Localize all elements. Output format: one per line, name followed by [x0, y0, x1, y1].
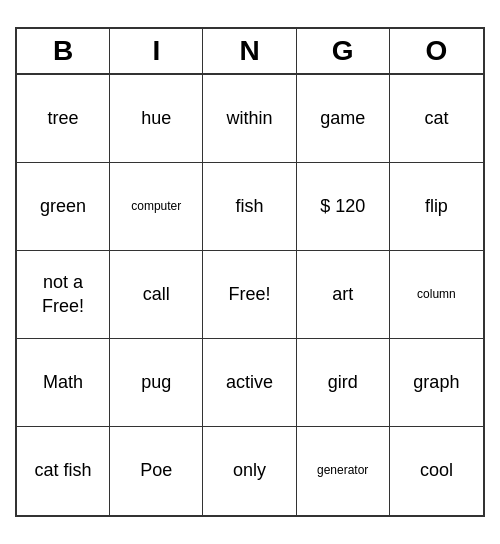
bingo-cell-22: only: [203, 427, 296, 515]
bingo-cell-7: fish: [203, 163, 296, 251]
bingo-cell-8: $ 120: [297, 163, 390, 251]
bingo-cell-text-14: column: [417, 287, 456, 303]
bingo-cell-text-20: cat fish: [35, 459, 92, 482]
bingo-cell-text-16: pug: [141, 371, 171, 394]
bingo-cell-text-4: cat: [424, 107, 448, 130]
bingo-cell-11: call: [110, 251, 203, 339]
bingo-cell-text-8: $ 120: [320, 195, 365, 218]
bingo-cell-3: game: [297, 75, 390, 163]
bingo-cell-6: computer: [110, 163, 203, 251]
bingo-cell-18: gird: [297, 339, 390, 427]
bingo-cell-12: Free!: [203, 251, 296, 339]
bingo-cell-20: cat fish: [17, 427, 110, 515]
bingo-cell-text-18: gird: [328, 371, 358, 394]
header-letter-N: N: [203, 29, 296, 73]
bingo-cell-14: column: [390, 251, 483, 339]
header-letter-B: B: [17, 29, 110, 73]
bingo-cell-text-0: tree: [48, 107, 79, 130]
bingo-cell-text-1: hue: [141, 107, 171, 130]
bingo-cell-text-6: computer: [131, 199, 181, 215]
bingo-grid: treehuewithingamecatgreencomputerfish$ 1…: [17, 75, 483, 515]
bingo-cell-15: Math: [17, 339, 110, 427]
bingo-cell-24: cool: [390, 427, 483, 515]
bingo-cell-text-5: green: [40, 195, 86, 218]
bingo-header: BINGO: [17, 29, 483, 75]
bingo-cell-2: within: [203, 75, 296, 163]
bingo-cell-1: hue: [110, 75, 203, 163]
bingo-cell-text-13: art: [332, 283, 353, 306]
bingo-cell-5: green: [17, 163, 110, 251]
bingo-cell-16: pug: [110, 339, 203, 427]
bingo-cell-text-12: Free!: [228, 283, 270, 306]
bingo-card: BINGO treehuewithingamecatgreencomputerf…: [15, 27, 485, 517]
bingo-cell-4: cat: [390, 75, 483, 163]
bingo-cell-text-22: only: [233, 459, 266, 482]
bingo-cell-text-9: flip: [425, 195, 448, 218]
bingo-cell-text-10: not a Free!: [21, 271, 105, 318]
header-letter-O: O: [390, 29, 483, 73]
bingo-cell-text-23: generator: [317, 463, 368, 479]
bingo-cell-text-2: within: [226, 107, 272, 130]
bingo-cell-13: art: [297, 251, 390, 339]
bingo-cell-text-21: Poe: [140, 459, 172, 482]
bingo-cell-21: Poe: [110, 427, 203, 515]
header-letter-G: G: [297, 29, 390, 73]
bingo-cell-text-3: game: [320, 107, 365, 130]
bingo-cell-19: graph: [390, 339, 483, 427]
bingo-cell-text-7: fish: [235, 195, 263, 218]
bingo-cell-text-11: call: [143, 283, 170, 306]
bingo-cell-0: tree: [17, 75, 110, 163]
bingo-cell-text-24: cool: [420, 459, 453, 482]
bingo-cell-text-19: graph: [413, 371, 459, 394]
bingo-cell-23: generator: [297, 427, 390, 515]
header-letter-I: I: [110, 29, 203, 73]
bingo-cell-17: active: [203, 339, 296, 427]
bingo-cell-10: not a Free!: [17, 251, 110, 339]
bingo-cell-text-15: Math: [43, 371, 83, 394]
bingo-cell-9: flip: [390, 163, 483, 251]
bingo-cell-text-17: active: [226, 371, 273, 394]
